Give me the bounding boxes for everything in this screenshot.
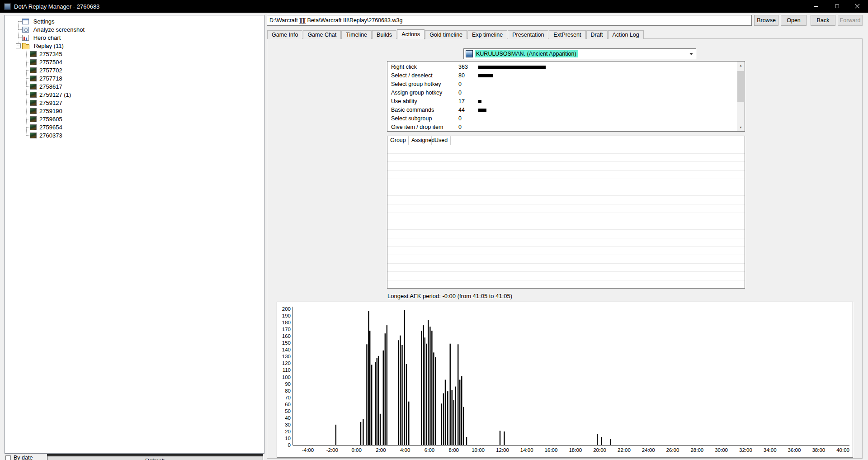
tab-actions[interactable]: Actions bbox=[397, 29, 425, 39]
open-button[interactable]: Open bbox=[781, 15, 807, 26]
svg-text:36:00: 36:00 bbox=[788, 447, 801, 453]
browse-button[interactable]: Browse bbox=[754, 15, 778, 26]
table-row bbox=[387, 187, 745, 196]
table-row bbox=[387, 272, 745, 280]
tab-presentation[interactable]: Presentation bbox=[508, 30, 548, 39]
replay-file-icon bbox=[30, 92, 37, 98]
column-header-group[interactable]: Group bbox=[387, 136, 409, 145]
titlebar: DotA Replay Manager - 2760683 bbox=[0, 0, 868, 13]
by-date-label: By date bbox=[14, 455, 33, 460]
replay-item[interactable]: 2759654 bbox=[5, 123, 264, 131]
close-button[interactable] bbox=[847, 0, 868, 13]
actions-summary-list: Right click363Select / deselect80Select … bbox=[387, 61, 745, 132]
window-controls bbox=[806, 0, 868, 13]
action-count: 80 bbox=[458, 71, 465, 80]
replay-item-label: 2760373 bbox=[39, 132, 62, 139]
column-header-assigned[interactable]: Assigned bbox=[409, 136, 432, 145]
svg-text:40: 40 bbox=[285, 415, 291, 421]
action-row: Assign group hotkey0 bbox=[387, 89, 736, 97]
tab-gold-timeline[interactable]: Gold timeline bbox=[425, 30, 467, 39]
maximize-button[interactable] bbox=[826, 0, 847, 13]
replay-file-icon bbox=[30, 67, 37, 73]
folder-icon bbox=[22, 44, 29, 49]
table-row bbox=[387, 145, 745, 154]
svg-text:70: 70 bbox=[285, 395, 291, 400]
sidebar-item-settings[interactable]: Settings bbox=[5, 17, 264, 25]
action-count: 0 bbox=[458, 123, 462, 132]
svg-text:30:00: 30:00 bbox=[715, 447, 728, 453]
svg-text:150: 150 bbox=[282, 340, 291, 346]
svg-text:10: 10 bbox=[285, 436, 291, 441]
svg-text:120: 120 bbox=[282, 360, 291, 366]
replay-file-icon bbox=[30, 100, 37, 106]
replay-path-input[interactable] bbox=[267, 15, 752, 26]
replay-list: 2757345275750427577022757718275861727591… bbox=[5, 50, 264, 139]
hero-icon bbox=[466, 50, 473, 57]
svg-text:40:00: 40:00 bbox=[836, 447, 849, 453]
tree-connector bbox=[26, 103, 29, 103]
column-header-used[interactable]: Used bbox=[432, 136, 451, 145]
tree-connector bbox=[26, 54, 29, 54]
replay-item[interactable]: 2757702 bbox=[5, 66, 264, 74]
sidebar-item-hero-chart[interactable]: Hero chart bbox=[5, 33, 264, 42]
scrollbar-thumb[interactable] bbox=[737, 71, 744, 102]
screenshot-icon bbox=[22, 27, 29, 33]
replay-item[interactable]: 2760373 bbox=[5, 131, 264, 139]
sidebar-item-analyze-screenshot[interactable]: Analyze screenshot bbox=[5, 25, 264, 33]
replay-item-label: 2757702 bbox=[39, 67, 62, 74]
forward-button[interactable]: Forward bbox=[838, 15, 863, 26]
tab-game-info[interactable]: Game Info bbox=[267, 30, 302, 39]
svg-text:34:00: 34:00 bbox=[764, 447, 777, 453]
action-count: 17 bbox=[458, 97, 465, 106]
app-icon bbox=[4, 3, 11, 10]
replay-item-label: 2757718 bbox=[39, 75, 62, 82]
replay-item[interactable]: 2759127 (1) bbox=[5, 90, 264, 99]
group-hotkey-table: Group Assigned Used bbox=[387, 136, 745, 289]
table-row bbox=[387, 238, 745, 247]
replay-file-icon bbox=[30, 124, 37, 130]
table-row bbox=[387, 264, 745, 272]
action-label: Select group hotkey bbox=[391, 80, 441, 89]
tab-timeline[interactable]: Timeline bbox=[341, 30, 372, 39]
replay-file-icon bbox=[30, 108, 37, 114]
by-date-checkbox[interactable] bbox=[5, 455, 11, 460]
replay-item[interactable]: 2759127 bbox=[5, 99, 264, 107]
action-count: 44 bbox=[458, 106, 465, 114]
replay-item[interactable]: 2757504 bbox=[5, 58, 264, 66]
svg-text:8:00: 8:00 bbox=[449, 447, 459, 453]
tab-builds[interactable]: Builds bbox=[372, 30, 396, 39]
replay-item[interactable]: 2758617 bbox=[5, 82, 264, 90]
refresh-button[interactable]: Refresh bbox=[47, 454, 263, 460]
tab-action-log[interactable]: Action Log bbox=[608, 30, 644, 39]
combo-dropdown-button[interactable] bbox=[687, 49, 696, 59]
svg-text:10:00: 10:00 bbox=[472, 447, 485, 453]
svg-text:-4:00: -4:00 bbox=[302, 447, 314, 453]
tab-draft[interactable]: Draft bbox=[586, 30, 608, 39]
replay-file-icon bbox=[30, 51, 37, 57]
sidebar-item-replay-folder[interactable]: Replay (11) bbox=[5, 42, 264, 50]
replay-file-icon bbox=[30, 59, 37, 65]
scroll-down-icon[interactable]: ▼ bbox=[737, 123, 745, 131]
tree-connector bbox=[26, 119, 29, 119]
back-button[interactable]: Back bbox=[811, 15, 835, 26]
scroll-up-icon[interactable]: ▲ bbox=[737, 62, 745, 69]
player-select[interactable]: KURULUSOSMAN. (Ancient Apparition) bbox=[463, 48, 696, 59]
apm-chart: 0102030405060708090100110120130140150160… bbox=[277, 302, 853, 458]
apm-chart-svg: 0102030405060708090100110120130140150160… bbox=[277, 302, 853, 457]
replay-item[interactable]: 2757345 bbox=[5, 50, 264, 58]
minimize-button[interactable] bbox=[806, 0, 826, 13]
tab-extpresent[interactable]: ExtPresent bbox=[549, 30, 585, 39]
tree-connector bbox=[26, 95, 29, 95]
maximize-icon bbox=[835, 5, 839, 8]
collapse-expander-icon[interactable] bbox=[16, 43, 21, 48]
replay-item[interactable]: 2759190 bbox=[5, 107, 264, 115]
replay-item-label: 2759127 bbox=[39, 100, 62, 106]
chevron-down-icon bbox=[689, 53, 693, 57]
svg-text:0: 0 bbox=[288, 442, 291, 448]
replay-item[interactable]: 2757718 bbox=[5, 74, 264, 82]
replay-item[interactable]: 2759605 bbox=[5, 115, 264, 123]
action-count: 0 bbox=[458, 89, 462, 97]
actions-scrollbar[interactable]: ▲ ▼ bbox=[737, 62, 745, 131]
tab-game-chat[interactable]: Game Chat bbox=[303, 30, 341, 39]
tab-exp-timeline[interactable]: Exp timeline bbox=[467, 30, 507, 39]
